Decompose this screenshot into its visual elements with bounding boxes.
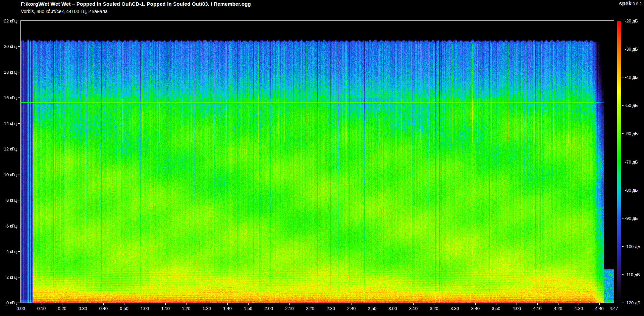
freq-tick-label: 12 кГц [0, 146, 17, 151]
time-tick-label: 0:30 [73, 306, 92, 311]
time-tick-mark [42, 303, 42, 305]
time-tick-mark [227, 303, 228, 305]
db-tick-mark [622, 21, 624, 21]
freq-tick-label: 2 кГц [0, 275, 17, 280]
time-tick-mark [352, 303, 352, 305]
time-tick-mark [207, 303, 207, 305]
freq-tick-mark [18, 21, 20, 21]
time-tick-label: 1:30 [197, 306, 216, 311]
stream-info: Vorbis, 480 кбит/сек, 44100 Гц, 2 канала [21, 9, 108, 14]
time-tick-label: 2:10 [280, 306, 299, 311]
freq-tick-label: 4 кГц [0, 249, 17, 254]
freq-tick-mark [18, 149, 20, 149]
time-tick-label: 2:00 [259, 306, 278, 311]
db-tick-mark [622, 274, 624, 275]
freq-tick-label: 10 кГц [0, 172, 17, 177]
time-tick-label: 3:50 [487, 306, 505, 311]
db-tick-label: -40 дБ [625, 75, 638, 80]
time-tick-mark [455, 303, 455, 305]
time-tick-label: 4:10 [528, 306, 547, 311]
time-tick-mark [145, 303, 145, 305]
time-tick-mark [579, 303, 579, 305]
db-tick-label: -100 дБ [625, 244, 640, 249]
time-tick-label: 4:20 [549, 306, 568, 311]
freq-tick-mark [18, 226, 20, 226]
time-tick-label: 0:00 [11, 306, 30, 311]
time-tick-label: 1:20 [177, 306, 196, 311]
db-tick-mark [622, 246, 624, 247]
db-tick-mark [622, 49, 624, 49]
db-tick-mark [622, 218, 624, 218]
time-tick-mark [372, 303, 372, 305]
time-tick-label: 3:20 [425, 306, 443, 311]
time-tick-mark [310, 303, 310, 305]
time-tick-mark [289, 303, 290, 305]
freq-tick-label: 18 кГц [0, 70, 17, 75]
freq-tick-mark [18, 251, 20, 252]
time-tick-label: 3:10 [404, 306, 423, 311]
freq-tick-mark [18, 277, 20, 277]
freq-tick-label: 22 кГц [0, 18, 17, 23]
freq-tick-label: 14 кГц [0, 121, 17, 126]
time-tick-label: 3:00 [383, 306, 402, 311]
time-tick-label: 2:30 [321, 306, 340, 311]
time-tick-mark [393, 303, 393, 305]
freq-tick-label: 6 кГц [0, 224, 17, 229]
db-tick-label: -70 дБ [625, 160, 638, 165]
freq-tick-mark [18, 123, 20, 124]
time-tick-label: 3:40 [466, 306, 485, 311]
db-tick-label: -90 дБ [625, 216, 638, 221]
file-path-title: F:\korg\Wet Wet Wet – Popped In Souled O… [21, 1, 251, 7]
freq-tick-label: 0 кГц [0, 300, 17, 305]
freq-tick-mark [18, 200, 20, 200]
time-tick-mark [165, 303, 166, 305]
time-tick-mark [21, 303, 21, 305]
spectrogram-canvas [21, 21, 614, 303]
db-tick-label: -120 дБ [625, 300, 640, 305]
freq-tick-mark [18, 46, 20, 47]
time-tick-label: 2:40 [342, 306, 361, 311]
time-tick-mark [537, 303, 538, 305]
time-tick-label: 1:10 [156, 306, 175, 311]
db-tick-mark [622, 303, 624, 303]
time-tick-mark [614, 303, 614, 305]
time-tick-mark [62, 303, 62, 305]
db-tick-label: -110 дБ [625, 272, 640, 277]
db-tick-label: -80 дБ [625, 188, 638, 193]
freq-tick-mark [18, 72, 20, 72]
time-tick-mark [558, 303, 558, 305]
time-tick-label: 0:40 [94, 306, 113, 311]
time-tick-mark [103, 303, 104, 305]
colorbar [617, 21, 621, 303]
time-tick-label: 0:50 [115, 306, 133, 311]
time-tick-label: 4:30 [569, 306, 588, 311]
time-tick-label: 1:50 [239, 306, 258, 311]
time-tick-label: 4:00 [507, 306, 526, 311]
time-tick-mark [269, 303, 269, 305]
db-tick-mark [622, 190, 624, 190]
freq-tick-mark [18, 175, 20, 175]
time-tick-mark [248, 303, 249, 305]
freq-tick-mark [18, 303, 20, 303]
time-tick-mark [496, 303, 496, 305]
time-tick-label: 3:30 [445, 306, 464, 311]
freq-tick-label: 8 кГц [0, 198, 17, 203]
time-tick-label: 1:00 [136, 306, 154, 311]
time-tick-label: 4:47 [604, 306, 623, 311]
time-tick-mark [124, 303, 124, 305]
time-tick-label: 2:50 [363, 306, 381, 311]
db-tick-mark [622, 105, 624, 106]
db-tick-label: -20 дБ [625, 18, 638, 23]
time-tick-mark [599, 303, 600, 305]
time-tick-mark [83, 303, 83, 305]
db-tick-label: -50 дБ [625, 103, 638, 108]
freq-tick-mark [18, 98, 20, 98]
time-tick-mark [186, 303, 186, 305]
time-tick-mark [517, 303, 517, 305]
time-tick-mark [434, 303, 434, 305]
time-tick-mark [331, 303, 331, 305]
app-name: spek [619, 1, 631, 6]
freq-tick-label: 20 кГц [0, 44, 17, 49]
time-tick-mark [475, 303, 476, 305]
app-brand: spek0.8.2 [619, 1, 642, 7]
